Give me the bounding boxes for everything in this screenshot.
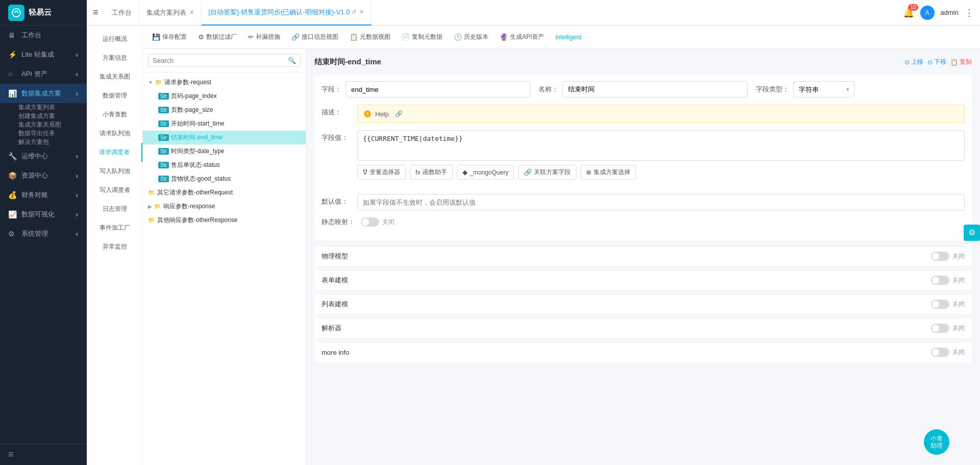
tree-node-other-request[interactable]: 📁 其它请求参数-otherRequest [143,186,306,200]
tree-node-start-time[interactable]: Str 开始时间-start_time [143,117,306,131]
sidebar-item-system[interactable]: ⚙ 系统管理 ∨ [0,224,87,243]
interface-info-btn[interactable]: 🔗 接口信息视图 [286,30,344,44]
tree-node-page-index[interactable]: Str 页码-page_index [143,89,306,103]
sidebar-sub-data-export[interactable]: 数据导出任务 [0,129,87,138]
nav-item-data-mgmt[interactable]: 数据管理 [87,86,142,105]
tree-node-status[interactable]: Str 售后单状态-status [143,158,306,172]
sidebar-item-data-integration[interactable]: 📊 数据集成方案 ∧ [0,84,87,103]
sidebar-item-finance[interactable]: 💰 财务对账 ∨ [0,185,87,205]
content-area: 运行概况 方案信息 集成关系图 数据管理 小青查数 请求队列池 请求调度者 写入… [87,26,980,465]
tab-auto-reship[interactable]: [自动签梨]-销售退货同步(已确认-明细对接)-V1.0 ↺ ✕ [202,0,372,26]
sidebar-sub-integration-map[interactable]: 集成方案关系图 [0,120,87,129]
expand-arrow-icon: ▶ [148,204,152,209]
finance-icon: 💰 [8,191,17,199]
more-icon[interactable]: ⋮ [965,7,974,18]
sidebar-item-resources[interactable]: 📦 资源中心 ∨ [0,166,87,185]
sidebar-item-api[interactable]: ○ API 资产 ∨ [0,64,87,84]
field-label: 字段： [322,85,341,94]
tree-node-page-size[interactable]: Str 页数-page_size [143,103,306,117]
toggle-switch[interactable] [931,276,949,285]
field-val-area: {{CURRENT_TIME|datetime}} ∇ 变量选择器 fx [357,130,965,187]
sidebar-sub-solution-pkg[interactable]: 解决方案包 [0,138,87,146]
node-label: 页数-page_size [171,106,213,114]
node-type-badge: Str [158,93,169,100]
menu-icon[interactable]: ≡ [93,7,99,18]
tab-workbench[interactable]: 工作台 [105,0,139,26]
nav-item-write-pool[interactable]: 写入队列池 [87,162,142,181]
nav-item-xiao-qing[interactable]: 小青查数 [87,105,142,124]
tree-node-end-time[interactable]: Str 结束时间-end_time [143,131,306,144]
save-config-btn[interactable]: 💾 保存配置 [147,30,192,44]
nav-item-request-pool[interactable]: 请求队列池 [87,124,142,143]
copy-btn[interactable]: 📋 复制 [950,58,972,66]
tab-label: 集成方案列表 [146,8,186,17]
folder-icon: 📁 [148,189,155,196]
intelligent-btn[interactable]: intelligent [550,31,586,44]
list-build-toggle[interactable]: 关闭 [931,300,965,309]
integration-select-btn[interactable]: ⊕ 集成方案选择 [580,165,636,180]
toggle-switch[interactable] [931,324,949,333]
physical-model-toggle[interactable]: 关闭 [931,252,965,261]
static-mapping-toggle[interactable]: 关闭 [361,217,395,227]
move-down-btn[interactable]: ⊙ 下移 [927,58,946,66]
field-name-type-row: 字段： 名称： 字段类型： 字符串 [322,81,965,97]
sidebar-sub-create-integration[interactable]: 创建集成方案 [0,112,87,120]
tab-integration-list[interactable]: 集成方案列表 ✕ [139,0,202,26]
form-build-toggle[interactable]: 关闭 [931,276,965,285]
parser-toggle[interactable]: 关闭 [931,324,965,333]
description-box: ! Help 🔗 [357,105,965,123]
sidebar-item-workbench[interactable]: 🖥 工作台 [0,26,87,45]
toggle-switch[interactable] [361,217,379,227]
nav-item-overview[interactable]: 运行概况 [87,30,142,48]
node-label: 响应参数-response [163,202,215,211]
nav-item-plan-info[interactable]: 方案信息 [87,48,142,67]
mongo-query-btn[interactable]: ◆ _mongoQuery [457,165,514,180]
tab-reload-icon[interactable]: ↺ [352,9,356,15]
sidebar-sub-integration-list[interactable]: 集成方案列表 [0,103,87,112]
tab-close-icon[interactable]: ✕ [189,9,194,16]
sidebar-item-lite[interactable]: ⚡ Lite 轻集成 ∨ [0,45,87,64]
node-label: 货物状态-good_status [171,175,231,183]
remediation-btn[interactable]: ✏ 补漏措施 [243,30,285,44]
sidebar-collapse-btn[interactable]: ≡ [0,444,87,465]
toggle-switch[interactable] [931,300,949,309]
sidebar-item-data-viz[interactable]: 📈 数据可视化 ∨ [0,205,87,224]
var-selector-btn[interactable]: ∇ 变量选择器 [357,165,406,180]
node-type-badge: Str [158,162,169,168]
sidebar-item-operations[interactable]: 🔧 运维中心 ∨ [0,146,87,166]
notification-badge[interactable]: 🔔 10 [903,7,914,18]
name-input[interactable] [562,81,747,97]
gen-api-btn[interactable]: 🔮 生成API资产 [495,30,549,44]
nav-item-request-debugger[interactable]: 请求调度者 [87,143,142,162]
xiao-qing-assistant[interactable]: 小青助理 [924,429,949,455]
default-value-input[interactable] [357,194,965,210]
history-btn[interactable]: 🕐 历史版本 [449,30,494,44]
sidebar-item-label: 财务对账 [21,190,75,200]
gear-settings-btn[interactable]: ⚙ [964,225,980,241]
related-field-btn[interactable]: 🔗 关联方案字段 [518,165,576,180]
nav-item-write-debugger[interactable]: 写入调度者 [87,181,142,200]
tree-node-date-type[interactable]: Str 时间类型-date_type [143,144,306,158]
data-filter-btn[interactable]: ⚙ 数据过滤厂 [193,30,242,44]
nav-item-event-factory[interactable]: 事件加工厂 [87,218,142,237]
toggle-switch[interactable] [931,348,949,357]
func-helper-btn[interactable]: fx 函数助手 [410,165,453,180]
tree-node-good-status[interactable]: Str 货物状态-good_status [143,172,306,186]
meta-view-btn[interactable]: 📋 元数据视图 [345,30,396,44]
search-input[interactable] [153,57,288,64]
copy-data-btn[interactable]: 📄 复制元数据 [397,30,448,44]
nav-item-integration-map[interactable]: 集成关系图 [87,67,142,86]
tree-node-other-response[interactable]: 📁 其他响应参数-otherResponse [143,213,306,227]
toggle-switch[interactable] [931,252,949,261]
help-link[interactable]: 🔗 [395,110,403,117]
field-value-display[interactable]: {{CURRENT_TIME|datetime}} [357,130,965,161]
move-up-btn[interactable]: ⊙ 上移 [904,58,923,66]
field-input[interactable] [346,81,530,97]
more-info-toggle[interactable]: 关闭 [931,348,965,357]
type-select[interactable]: 字符串 [793,81,854,97]
tree-node-request-params[interactable]: ▼ 📁 请求参数-request [143,76,306,89]
tab-close-icon[interactable]: ✕ [359,9,364,15]
nav-item-anomaly-monitor[interactable]: 异常监控 [87,237,142,256]
nav-item-log-mgmt[interactable]: 日志管理 [87,200,142,218]
tree-node-response[interactable]: ▶ 📁 响应参数-response [143,200,306,213]
